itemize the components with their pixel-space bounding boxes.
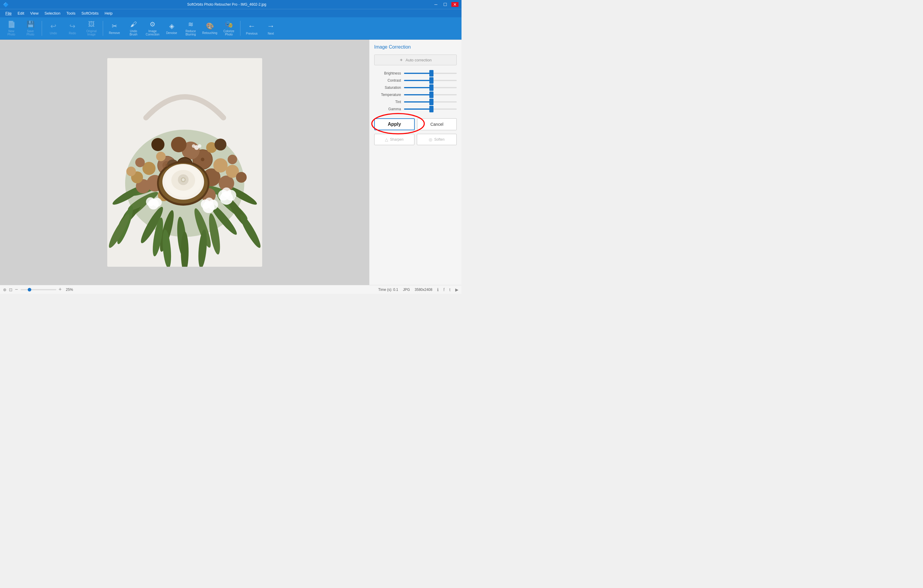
format-display: JPG	[403, 287, 410, 292]
window-controls: ─ ☐ ✕	[433, 2, 458, 7]
tool-retouch[interactable]: 🎨 Retouching	[201, 19, 219, 38]
photo-svg	[107, 58, 262, 267]
close-button[interactable]: ✕	[452, 2, 458, 7]
tool-correction-label: ImageCorrection	[146, 30, 159, 36]
temperature-track[interactable]	[404, 94, 457, 95]
svg-point-50	[151, 138, 164, 151]
saturation-label: Saturation	[374, 85, 401, 90]
tool-save-label: SavePhoto	[26, 30, 34, 36]
svg-point-70	[153, 198, 162, 207]
tool-remove[interactable]: ✂ Remove	[105, 19, 123, 38]
tool-undo-brush[interactable]: 🖌 UndoBrush	[125, 19, 143, 38]
minimize-button[interactable]: ─	[433, 2, 439, 7]
saturation-row: Saturation	[374, 85, 457, 90]
zoom-in-button[interactable]: +	[59, 286, 62, 293]
zoom-out-button[interactable]: −	[15, 286, 18, 293]
menu-selection[interactable]: Selection	[41, 10, 63, 17]
zoom-percent: 25%	[66, 287, 73, 292]
tool-undo-brush-label: UndoBrush	[130, 30, 137, 36]
new-photo-icon: 📄	[7, 21, 15, 28]
status-bar: ⊕ ⊡ − + 25% Time (s): 0.1 JPG 3580x2408 …	[0, 285, 462, 294]
menu-softorbits[interactable]: SoftOrbits	[78, 10, 102, 17]
tool-undo-label: Undo	[50, 31, 57, 35]
menu-view[interactable]: View	[27, 10, 41, 17]
auto-correction-button[interactable]: ✦ Auto correction	[374, 54, 457, 65]
tool-denoise-label: Denoise	[166, 31, 177, 34]
time-display: Time (s): 0.1	[378, 287, 398, 292]
canvas-area[interactable]	[0, 39, 369, 285]
facebook-icon[interactable]: f	[443, 287, 445, 292]
tool-previous[interactable]: ← Previous	[243, 19, 261, 38]
sharpen-button[interactable]: △ Sharpen	[374, 134, 414, 145]
tool-undo[interactable]: ↩ Undo	[44, 19, 62, 38]
tool-reduce[interactable]: ≋ ReduceBlurring	[182, 19, 200, 38]
twitter-icon[interactable]: t	[449, 287, 450, 292]
soften-button[interactable]: ◎ Soften	[417, 134, 457, 145]
cancel-button[interactable]: Cancel	[417, 118, 457, 130]
brightness-track[interactable]	[404, 73, 457, 74]
svg-point-72	[198, 144, 201, 148]
zoom-fit-icon[interactable]: ⊕	[3, 287, 7, 292]
tool-save[interactable]: 💾 SavePhoto	[21, 19, 39, 38]
svg-point-44	[126, 167, 136, 176]
zoom-slider[interactable]	[21, 289, 56, 290]
redo-icon: ↪	[69, 22, 76, 30]
tool-retouch-label: Retouching	[202, 31, 217, 34]
svg-point-75	[201, 158, 204, 161]
status-right: Time (s): 0.1 JPG 3580x2408 ℹ f t ▶	[378, 287, 458, 292]
tool-correction[interactable]: ⚙ ImageCorrection	[144, 19, 161, 38]
save-photo-icon: 💾	[26, 21, 34, 28]
svg-point-43	[236, 172, 247, 183]
sharpen-label: Sharpen	[390, 137, 403, 141]
status-left: ⊕ ⊡ − + 25%	[3, 286, 374, 293]
action-buttons: Apply Cancel	[374, 118, 457, 130]
window-title: SoftOrbits Photo Retoucher Pro - IMG_460…	[21, 2, 433, 7]
tool-new-label: NewPhoto	[7, 30, 15, 36]
separator-1	[42, 21, 42, 36]
undo-icon: ↩	[50, 22, 56, 30]
crop-icon[interactable]: ⊡	[9, 287, 13, 292]
image-correction-icon: ⚙	[149, 21, 156, 28]
tint-track[interactable]	[404, 101, 457, 102]
tool-original-label: OriginalImage	[86, 30, 97, 36]
svg-point-39	[156, 152, 166, 161]
info-icon[interactable]: ℹ	[437, 287, 439, 292]
svg-point-28	[214, 158, 228, 172]
original-image-icon: 🖼	[88, 21, 95, 28]
soften-label: Soften	[434, 137, 445, 141]
title-bar: 🔷 SoftOrbits Photo Retoucher Pro - IMG_4…	[0, 0, 462, 9]
contrast-label: Contrast	[374, 78, 401, 82]
tool-new[interactable]: 📄 NewPhoto	[2, 19, 20, 38]
soften-icon: ◎	[429, 137, 432, 142]
menu-tools[interactable]: Tools	[64, 10, 78, 17]
menu-edit[interactable]: Edit	[15, 10, 27, 17]
tool-denoise[interactable]: ◈ Denoise	[163, 19, 181, 38]
toolbar: 📄 NewPhoto 💾 SavePhoto ↩ Undo ↪ Redo 🖼 O…	[0, 17, 462, 39]
undo-brush-icon: 🖌	[130, 21, 137, 28]
retouching-icon: 🎨	[206, 22, 214, 30]
photo-container	[107, 58, 262, 267]
svg-point-63	[222, 187, 231, 197]
gamma-track[interactable]	[404, 108, 457, 110]
tool-original[interactable]: 🖼 OriginalImage	[82, 19, 100, 38]
effect-buttons: △ Sharpen ◎ Soften	[374, 134, 457, 145]
saturation-track[interactable]	[404, 87, 457, 88]
tool-colorize[interactable]: 🎭 ColorizePhoto	[220, 19, 238, 38]
reduce-blurring-icon: ≋	[188, 21, 193, 28]
right-panel: Image Correction ✦ Auto correction Brigh…	[369, 39, 462, 285]
svg-point-73	[192, 144, 195, 148]
tool-next-label: Next	[268, 32, 274, 35]
tool-redo[interactable]: ↪ Redo	[64, 19, 81, 38]
apply-button[interactable]: Apply	[374, 118, 415, 130]
menu-file[interactable]: File	[2, 10, 15, 17]
maximize-button[interactable]: ☐	[442, 2, 449, 7]
tool-next[interactable]: → Next	[262, 19, 280, 38]
separator-2	[103, 21, 103, 36]
youtube-icon[interactable]: ▶	[455, 287, 458, 292]
contrast-row: Contrast	[374, 78, 457, 82]
menu-help[interactable]: Help	[102, 10, 116, 17]
separator-3	[240, 21, 240, 36]
contrast-track[interactable]	[404, 80, 457, 81]
tool-previous-label: Previous	[246, 32, 258, 35]
svg-point-27	[171, 137, 187, 152]
